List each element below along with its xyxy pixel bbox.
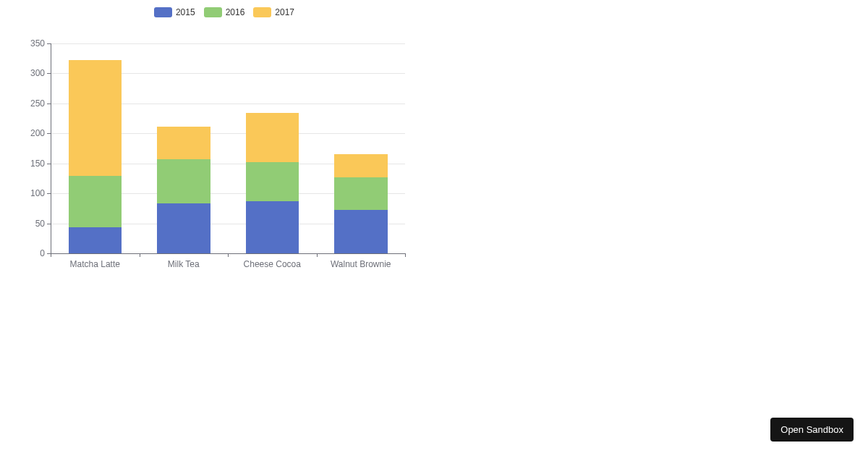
x-tick-label: Walnut Brownie [331,253,391,269]
y-tick-label: 150 [30,159,51,169]
bar-segment-2017[interactable] [157,127,210,160]
bar-group [157,127,210,253]
bar-segment-2015[interactable] [334,210,388,253]
legend-swatch-icon [154,7,172,17]
y-tick-label: 100 [30,188,51,198]
bar-segment-2017[interactable] [246,113,299,162]
grid-line [51,43,405,44]
x-tick-label: Matcha Latte [70,253,120,269]
y-tick-label: 350 [30,38,51,48]
y-tick-label: 250 [30,98,51,109]
y-tick-label: 200 [30,128,51,138]
open-sandbox-button[interactable]: Open Sandbox [770,418,854,442]
legend-item-2016[interactable]: 2016 [204,7,245,17]
legend-item-2015[interactable]: 2015 [154,7,195,17]
legend-item-2017[interactable]: 2017 [253,7,294,17]
legend-label: 2015 [176,7,195,17]
bar-segment-2015[interactable] [246,201,299,253]
bar-segment-2015[interactable] [157,203,210,253]
legend-label: 2016 [226,7,245,17]
legend-swatch-icon [253,7,271,17]
bar-segment-2016[interactable] [69,176,122,227]
bar-segment-2016[interactable] [157,159,210,203]
bar-group [334,154,388,253]
x-tick-label: Cheese Cocoa [244,253,301,269]
bar-segment-2017[interactable] [334,154,388,177]
chart-legend: 201520162017 [29,7,420,20]
x-tick-mark [317,253,318,257]
x-tick-mark [140,253,140,257]
y-tick-label: 50 [35,219,51,229]
bar-group [69,60,122,253]
chart-plot-area: 050100150200250300350Matcha LatteMilk Te… [51,43,405,253]
bar-segment-2017[interactable] [69,60,122,176]
bar-segment-2016[interactable] [246,162,299,201]
y-tick-label: 300 [30,68,51,78]
bar-segment-2016[interactable] [334,177,388,210]
bar-group [246,113,299,253]
y-tick-label: 0 [40,248,51,258]
stacked-bar-chart: 201520162017 050100150200250300350Matcha… [29,7,420,268]
x-tick-mark [51,253,51,257]
legend-swatch-icon [204,7,222,17]
x-tick-label: Milk Tea [168,253,200,269]
bar-segment-2015[interactable] [69,227,122,253]
y-axis-line [51,43,51,253]
legend-label: 2017 [275,7,294,17]
x-tick-mark [405,253,406,257]
x-tick-mark [228,253,229,257]
